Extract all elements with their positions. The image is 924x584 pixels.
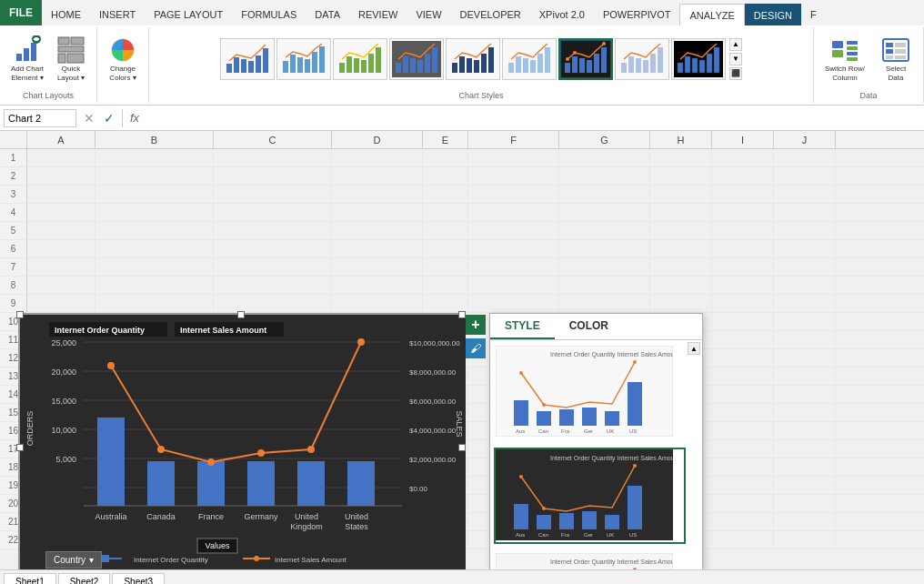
sheet-tab-3[interactable]: Sheet3 (112, 573, 165, 584)
tab-xpivot[interactable]: XPivot 2.0 (530, 4, 594, 25)
chart-style-3[interactable] (333, 38, 387, 80)
country-filter-label: Country (54, 555, 85, 565)
chart-style-4[interactable] (389, 38, 444, 80)
cancel-formula-button[interactable]: ✕ (80, 109, 98, 127)
ribbon-body: Add ChartElement ▾ QuickLayout ▾ (0, 25, 924, 106)
svg-point-122 (307, 446, 315, 453)
add-chart-element-button[interactable]: Add ChartElement ▾ (5, 32, 49, 86)
chart-resize-n[interactable] (237, 311, 245, 318)
svg-rect-91 (20, 315, 466, 569)
svg-text:Australia: Australia (95, 512, 126, 521)
svg-rect-167 (582, 511, 597, 529)
svg-text:US: US (629, 532, 637, 538)
svg-point-63 (602, 42, 606, 45)
tab-formulas[interactable]: FORMULAS (232, 4, 306, 25)
svg-rect-73 (685, 56, 690, 73)
chart-container[interactable]: 25,000 20,000 15,000 10,000 5,000 ORDERS… (18, 313, 464, 569)
tab-design[interactable]: DESIGN (745, 4, 801, 25)
change-colors-button[interactable]: ChangeColors ▾ (103, 32, 143, 86)
chart-style-9[interactable] (671, 38, 726, 80)
ribbon: FILE HOME INSERT PAGE LAYOUT FORMULAS DA… (0, 0, 924, 106)
tab-developer[interactable]: DEVELOPER (451, 4, 530, 25)
chart-layouts-label: Chart Layouts (0, 91, 96, 100)
add-chart-label: Add ChartElement ▾ (11, 65, 44, 82)
chart-add-element-button[interactable]: + (466, 315, 486, 335)
name-box[interactable]: Chart 2 (4, 109, 76, 127)
file-tab[interactable]: FILE (0, 0, 42, 25)
svg-rect-21 (290, 55, 296, 73)
svg-text:France: France (198, 512, 224, 521)
quick-layout-button[interactable]: QuickLayout ▾ (51, 32, 91, 86)
svg-rect-87 (886, 49, 893, 54)
select-data-button[interactable]: SelectData (874, 32, 918, 86)
style-tab[interactable]: STYLE (490, 314, 555, 339)
chart-style-1[interactable] (220, 38, 275, 80)
tab-page-layout[interactable]: PAGE LAYOUT (145, 4, 232, 25)
style-option-3[interactable]: Internet Order Quantity Internet Sales A… (494, 551, 686, 569)
tab-analyze[interactable]: ANALYZE (679, 4, 744, 25)
col-a[interactable]: A (27, 131, 95, 148)
svg-rect-116 (297, 461, 325, 506)
svg-rect-16 (248, 61, 254, 73)
col-h[interactable]: H (650, 131, 712, 148)
confirm-formula-button[interactable]: ✓ (100, 109, 118, 127)
style-option-2[interactable]: Internet Order Quantity Internet Sales A… (494, 448, 686, 544)
svg-rect-69 (650, 54, 656, 73)
tab-insert[interactable]: INSERT (90, 4, 145, 25)
svg-rect-51 (530, 60, 536, 73)
chart-style-7[interactable] (558, 38, 613, 80)
chart-style-6[interactable] (502, 38, 557, 80)
svg-rect-45 (481, 54, 487, 73)
chart-style-5[interactable] (446, 38, 500, 80)
chart-styles-scroll-up[interactable]: ▲ (729, 38, 742, 51)
svg-text:$6,000,000.00: $6,000,000.00 (409, 398, 457, 406)
col-i[interactable]: I (712, 131, 774, 148)
tab-f[interactable]: F (801, 4, 826, 25)
svg-text:Can: Can (538, 532, 548, 538)
switch-row-column-button[interactable]: Switch Row/Column (819, 32, 870, 86)
tab-home[interactable]: HOME (42, 4, 90, 25)
svg-rect-20 (283, 61, 288, 73)
sheet-tabs: Sheet1 Sheet2 Sheet3 (0, 569, 924, 584)
tab-view[interactable]: VIEW (407, 4, 450, 25)
svg-rect-165 (537, 515, 551, 529)
chart-resize-e[interactable] (458, 444, 466, 451)
chart-resize-w[interactable] (16, 444, 24, 451)
svg-rect-80 (847, 41, 858, 45)
svg-rect-5 (34, 38, 39, 40)
chart-styles-expand[interactable]: ⬛ (729, 67, 742, 80)
chart-style-brush-button[interactable]: 🖌 (466, 338, 486, 358)
svg-rect-78 (832, 41, 843, 48)
tab-review[interactable]: REVIEW (349, 4, 407, 25)
chart-resize-nw[interactable] (16, 311, 24, 318)
col-e[interactable]: E (423, 131, 468, 148)
color-tab[interactable]: COLOR (555, 314, 623, 339)
svg-rect-164 (514, 504, 528, 529)
chart-styles-scroll-down[interactable]: ▼ (729, 53, 742, 65)
svg-text:25,000: 25,000 (51, 338, 76, 347)
chart-style-2[interactable] (276, 38, 331, 80)
country-filter-button[interactable]: Country ▾ (45, 551, 102, 569)
svg-text:Can: Can (538, 428, 548, 434)
chart-resize-ne[interactable] (458, 311, 466, 318)
col-j[interactable]: J (774, 131, 836, 148)
col-b[interactable]: B (95, 131, 214, 148)
chart-style-8[interactable] (615, 38, 669, 80)
svg-rect-44 (474, 60, 479, 73)
sheet-tab-1[interactable]: Sheet1 (4, 573, 56, 584)
col-g[interactable]: G (559, 131, 650, 148)
svg-text:UK: UK (607, 428, 614, 434)
col-f[interactable]: F (468, 131, 559, 148)
sheet-tab-2[interactable]: Sheet2 (58, 573, 111, 584)
style-option-1[interactable]: Internet Order Quantity Internet Sales A… (494, 344, 686, 440)
col-d[interactable]: D (332, 131, 423, 148)
col-c[interactable]: C (214, 131, 332, 148)
tab-powerpivot[interactable]: POWERPIVOT (594, 4, 680, 25)
svg-text:SALES: SALES (455, 410, 464, 437)
tab-data[interactable]: DATA (306, 4, 349, 25)
style-panel-scroll-up[interactable]: ▲ (688, 342, 700, 355)
formula-input[interactable] (146, 113, 920, 124)
svg-rect-2 (31, 43, 36, 61)
svg-rect-49 (516, 56, 521, 73)
svg-point-170 (519, 475, 523, 478)
